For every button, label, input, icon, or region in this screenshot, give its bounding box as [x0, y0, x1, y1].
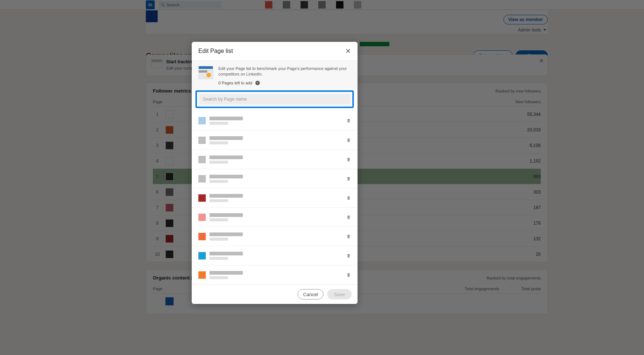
list-item [192, 188, 358, 207]
list-item [192, 169, 358, 188]
pages-left-label: 0 Pages left to add [218, 80, 252, 86]
modal-footer: Cancel Save [192, 284, 358, 304]
list-item [192, 265, 358, 284]
list-item [192, 246, 358, 265]
modal-header: Edit Page list ✕ [192, 42, 358, 61]
cancel-button[interactable]: Cancel [298, 289, 323, 299]
page-name-redacted [209, 155, 243, 164]
page-avatar [198, 117, 206, 124]
page-name-redacted [209, 252, 243, 260]
page-name-redacted [209, 232, 243, 241]
page-search-input[interactable] [199, 94, 350, 104]
page-avatar [198, 252, 206, 259]
page-name-redacted [209, 175, 243, 183]
modal-illustration-icon [198, 66, 213, 79]
delete-icon[interactable] [346, 138, 351, 143]
page-name-redacted [209, 136, 243, 144]
list-item [192, 207, 358, 227]
delete-icon[interactable] [346, 253, 351, 258]
page-avatar [198, 214, 206, 221]
page-name-redacted [209, 194, 243, 202]
modal-description-row: Edit your Page list to benchmark your Pa… [192, 61, 358, 90]
list-item [192, 150, 358, 169]
modal-search-highlight [195, 90, 354, 108]
page-avatar [198, 271, 206, 279]
delete-icon[interactable] [346, 157, 351, 162]
page-name-redacted [209, 213, 243, 221]
delete-icon[interactable] [346, 272, 351, 278]
modal-description: Edit your Page list to benchmark your Pa… [218, 66, 351, 77]
delete-icon[interactable] [346, 176, 351, 181]
edit-page-list-modal: Edit Page list ✕ Edit your Page list to … [192, 42, 358, 304]
modal-page-list [192, 111, 358, 284]
list-item [192, 130, 358, 150]
list-item [192, 111, 358, 130]
page-avatar [198, 194, 206, 202]
page-avatar [198, 233, 206, 240]
page-name-redacted [209, 117, 243, 125]
page-avatar [198, 156, 206, 163]
delete-icon[interactable] [346, 234, 351, 239]
help-icon[interactable]: ? [255, 81, 260, 85]
close-icon[interactable]: ✕ [345, 47, 351, 55]
modal-title: Edit Page list [198, 48, 233, 54]
page-name-redacted [209, 271, 243, 279]
page-avatar [198, 175, 206, 182]
list-item [192, 227, 358, 246]
delete-icon[interactable] [346, 195, 351, 201]
delete-icon[interactable] [346, 118, 351, 123]
delete-icon[interactable] [346, 215, 351, 220]
page-avatar [198, 137, 206, 144]
save-button: Save [327, 289, 352, 299]
